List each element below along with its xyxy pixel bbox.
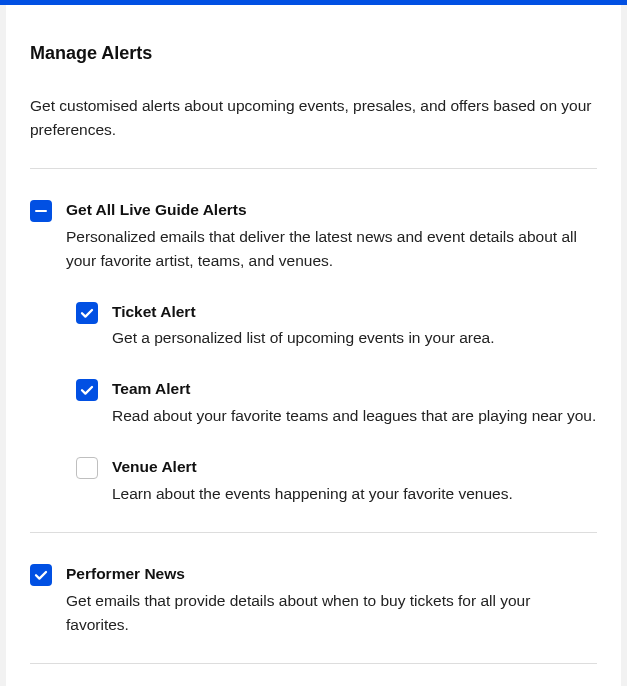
checkmark-icon [80, 306, 94, 320]
manage-alerts-modal: Manage Alerts Get customised alerts abou… [0, 0, 627, 686]
alert-group-performer-news: Performer News Get emails that provide d… [30, 533, 597, 663]
checkbox-performer-news[interactable] [30, 564, 52, 586]
alert-label: Performer News [66, 563, 597, 585]
divider [30, 663, 597, 664]
alert-row-ticket: Ticket Alert Get a personalized list of … [76, 301, 597, 351]
sub-alert-list: Ticket Alert Get a personalized list of … [76, 301, 597, 506]
alert-label: Venue Alert [112, 456, 597, 478]
alert-label: Team Alert [112, 378, 597, 400]
alert-desc: Learn about the events happening at your… [112, 482, 597, 506]
alert-row-team: Team Alert Read about your favorite team… [76, 378, 597, 428]
indeterminate-icon [35, 210, 47, 213]
alert-desc: Personalized emails that deliver the lat… [66, 225, 597, 273]
checkbox-venue-alert[interactable] [76, 457, 98, 479]
alert-row-performer-news: Performer News Get emails that provide d… [30, 563, 597, 637]
alert-row-venue: Venue Alert Learn about the events happe… [76, 456, 597, 506]
checkbox-live-guide[interactable] [30, 200, 52, 222]
modal-title: Manage Alerts [30, 43, 597, 64]
alert-content: Get All Live Guide Alerts Personalized e… [66, 199, 597, 273]
checkmark-icon [34, 568, 48, 582]
alert-content: Ticket Alert Get a personalized list of … [112, 301, 597, 351]
alert-desc: Get a personalized list of upcoming even… [112, 326, 597, 350]
alert-desc: Read about your favorite teams and leagu… [112, 404, 597, 428]
checkmark-icon [80, 383, 94, 397]
alert-content: Team Alert Read about your favorite team… [112, 378, 597, 428]
alert-label: Get All Live Guide Alerts [66, 199, 597, 221]
checkbox-team-alert[interactable] [76, 379, 98, 401]
alert-row-live-guide: Get All Live Guide Alerts Personalized e… [30, 199, 597, 273]
alert-content: Performer News Get emails that provide d… [66, 563, 597, 637]
alert-desc: Get emails that provide details about wh… [66, 589, 597, 637]
alert-group-live-guide: Get All Live Guide Alerts Personalized e… [30, 169, 597, 532]
alert-label: Ticket Alert [112, 301, 597, 323]
modal-intro: Get customised alerts about upcoming eve… [30, 94, 597, 142]
checkbox-ticket-alert[interactable] [76, 302, 98, 324]
alert-content: Venue Alert Learn about the events happe… [112, 456, 597, 506]
